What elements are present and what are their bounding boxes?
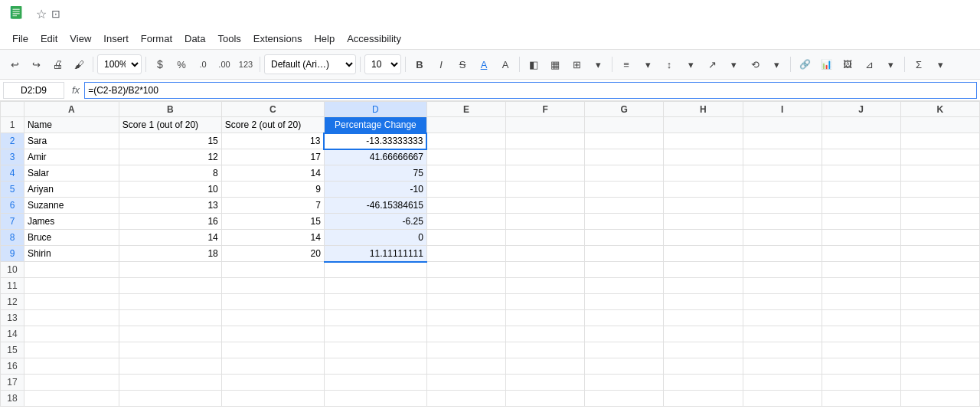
v-align-button[interactable]: ↕: [659, 54, 679, 74]
cell-17-1[interactable]: [119, 375, 221, 391]
cell-17-9[interactable]: [822, 375, 900, 391]
cell-7-7[interactable]: [664, 214, 743, 230]
cell-10-8[interactable]: [743, 262, 822, 278]
cell-13-6[interactable]: [585, 310, 664, 326]
formula-input[interactable]: [84, 82, 977, 99]
cell-11-2[interactable]: [221, 278, 324, 294]
cell-15-3[interactable]: [324, 342, 426, 358]
cell-15-8[interactable]: [743, 342, 822, 358]
cell-4-2[interactable]: 14: [221, 165, 324, 182]
cell-12-3[interactable]: [324, 294, 426, 310]
merge-button[interactable]: ⊞: [567, 54, 586, 74]
col-header-j[interactable]: J: [822, 102, 900, 117]
cell-7-1[interactable]: 16: [119, 214, 221, 230]
cell-4-5[interactable]: [506, 165, 585, 182]
col-header-b[interactable]: B: [119, 102, 221, 117]
cell-7-8[interactable]: [743, 214, 822, 230]
row-header-9[interactable]: 9: [1, 246, 24, 262]
cell-17-0[interactable]: [24, 375, 119, 391]
cell-3-10[interactable]: [900, 149, 979, 165]
cell-12-8[interactable]: [743, 294, 822, 310]
cell-14-10[interactable]: [900, 326, 979, 342]
redo-button[interactable]: ↪: [26, 54, 46, 74]
cell-16-2[interactable]: [221, 358, 324, 375]
cell-17-5[interactable]: [506, 375, 585, 391]
col-header-d[interactable]: D: [324, 102, 426, 117]
strikethrough-button[interactable]: S: [452, 54, 472, 74]
cell-2-9[interactable]: [822, 133, 900, 149]
cell-13-4[interactable]: [426, 310, 505, 326]
cell-13-8[interactable]: [743, 310, 822, 326]
cell-2-5[interactable]: [506, 133, 585, 149]
cell-reference-input[interactable]: [3, 82, 64, 99]
cell-8-9[interactable]: [822, 230, 900, 246]
cell-11-10[interactable]: [900, 278, 979, 294]
cell-10-2[interactable]: [221, 262, 324, 278]
cell-12-4[interactable]: [426, 294, 505, 310]
cell-1-7[interactable]: [664, 117, 743, 133]
cell-18-4[interactable]: [426, 391, 505, 407]
cell-9-4[interactable]: [426, 246, 505, 262]
cell-4-1[interactable]: 8: [119, 165, 221, 182]
cell-17-3[interactable]: [324, 375, 426, 391]
row-header-13[interactable]: 13: [1, 310, 24, 326]
cell-5-7[interactable]: [664, 182, 743, 198]
cell-5-0[interactable]: Ariyan: [24, 182, 119, 198]
menu-format[interactable]: Format: [135, 30, 178, 47]
row-header-18[interactable]: 18: [1, 391, 24, 407]
menu-file[interactable]: File: [6, 30, 34, 47]
cell-7-4[interactable]: [426, 214, 505, 230]
cell-5-9[interactable]: [822, 182, 900, 198]
cell-4-10[interactable]: [900, 165, 979, 182]
cell-14-5[interactable]: [506, 326, 585, 342]
cell-18-1[interactable]: [119, 391, 221, 407]
cell-1-5[interactable]: [506, 117, 585, 133]
col-header-i[interactable]: I: [743, 102, 822, 117]
cell-13-7[interactable]: [664, 310, 743, 326]
cell-10-0[interactable]: [24, 262, 119, 278]
cell-11-1[interactable]: [119, 278, 221, 294]
text-rotation-types-button[interactable]: ▾: [724, 54, 743, 74]
col-header-e[interactable]: E: [426, 102, 505, 117]
cell-3-5[interactable]: [506, 149, 585, 165]
cell-7-10[interactable]: [900, 214, 979, 230]
cell-3-9[interactable]: [822, 149, 900, 165]
row-header-16[interactable]: 16: [1, 358, 24, 375]
cell-14-4[interactable]: [426, 326, 505, 342]
cell-10-10[interactable]: [900, 262, 979, 278]
v-align-types-button[interactable]: ▾: [681, 54, 701, 74]
cell-11-8[interactable]: [743, 278, 822, 294]
cell-3-4[interactable]: [426, 149, 505, 165]
cell-6-4[interactable]: [426, 198, 505, 214]
text-wrap-button[interactable]: ⟲: [745, 54, 765, 74]
cell-13-10[interactable]: [900, 310, 979, 326]
cell-1-9[interactable]: [822, 117, 900, 133]
row-header-1[interactable]: 1: [1, 117, 24, 133]
cell-13-5[interactable]: [506, 310, 585, 326]
cell-6-1[interactable]: 13: [119, 198, 221, 214]
functions-button[interactable]: Σ: [909, 54, 929, 74]
cell-1-2[interactable]: Score 2 (out of 20): [221, 117, 324, 133]
cell-9-5[interactable]: [506, 246, 585, 262]
col-header-c[interactable]: C: [221, 102, 324, 117]
cell-8-5[interactable]: [506, 230, 585, 246]
cell-6-10[interactable]: [900, 198, 979, 214]
underline-button[interactable]: A: [474, 54, 494, 74]
italic-button[interactable]: I: [431, 54, 451, 74]
cell-4-9[interactable]: [822, 165, 900, 182]
filter-types-button[interactable]: ▾: [880, 54, 900, 74]
cell-4-4[interactable]: [426, 165, 505, 182]
undo-button[interactable]: ↩: [5, 54, 24, 74]
cell-8-6[interactable]: [585, 230, 664, 246]
cell-8-4[interactable]: [426, 230, 505, 246]
cell-14-2[interactable]: [221, 326, 324, 342]
menu-extensions[interactable]: Extensions: [247, 30, 309, 47]
row-header-6[interactable]: 6: [1, 198, 24, 214]
star-icon[interactable]: ☆: [36, 7, 47, 21]
cell-18-2[interactable]: [221, 391, 324, 407]
cell-5-10[interactable]: [900, 182, 979, 198]
cell-9-3[interactable]: 11.11111111: [324, 246, 426, 262]
cell-2-8[interactable]: [743, 133, 822, 149]
inc-decimals-button[interactable]: .00: [214, 54, 234, 74]
cell-12-5[interactable]: [506, 294, 585, 310]
